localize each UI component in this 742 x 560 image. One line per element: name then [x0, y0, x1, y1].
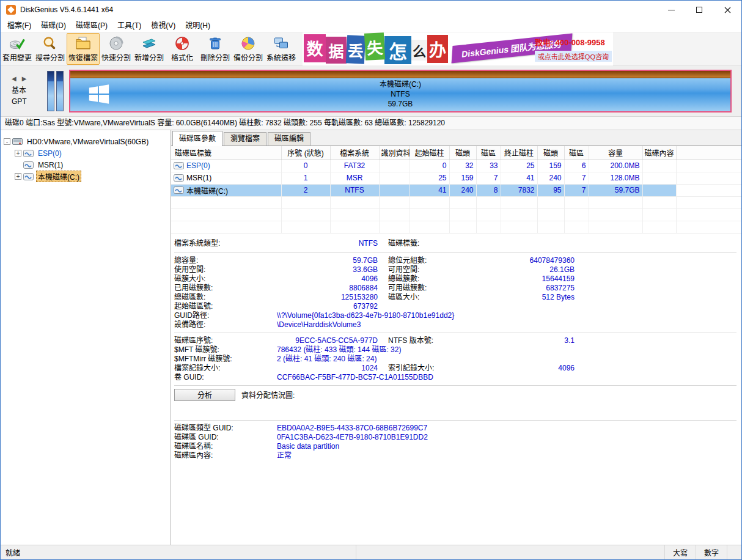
tab-sector-edit[interactable]: 磁區編輯: [268, 132, 310, 146]
quick-partition-icon: [108, 35, 124, 51]
new-partition-button[interactable]: 新增分割: [133, 33, 166, 65]
delete-partition-button[interactable]: 刪除分割: [199, 33, 232, 65]
detail-value: 2 (磁柱: 41 磁頭: 240 磁區: 24): [277, 355, 377, 364]
promo-char: 办: [427, 35, 448, 63]
detail-label: 磁區大小:: [388, 293, 483, 302]
detail-label: 索引記錄大小:: [388, 364, 483, 373]
recover-files-button[interactable]: 恢復檔案: [67, 33, 100, 65]
disk-type-label: 基本: [12, 86, 47, 95]
promo-banner[interactable]: 数 据 丢 失 怎 么 办 DiskGenius 团队为您服务 致电: 400-…: [303, 32, 613, 65]
detail-value: [483, 302, 575, 311]
expander-collapsed-icon[interactable]: [15, 150, 21, 157]
backup-partition-button[interactable]: 備份分割: [232, 33, 265, 65]
delete-partition-icon: [207, 35, 223, 51]
detail-label: 磁碟區內容:: [174, 451, 277, 460]
detail-value: 4096: [277, 274, 378, 284]
partition-row-esp[interactable]: ESP(0) 0 FAT32 0 32 33 25 159 6 200.0MB: [171, 160, 741, 172]
promo-char: 失: [364, 32, 385, 61]
partition-row-msr[interactable]: MSR(1) 1 MSR 25 159 7 41 240 7 128.0MB: [171, 172, 741, 184]
promo-char: 么: [411, 40, 427, 61]
partition-bar-msr[interactable]: [56, 71, 64, 111]
column-header-start-cylinder[interactable]: 起始磁柱: [410, 146, 449, 160]
menu-item-view[interactable]: 檢視(V): [146, 19, 180, 32]
status-spacer: [356, 545, 664, 559]
next-disk-arrow[interactable]: ▶: [22, 75, 27, 82]
expander-collapsed-icon[interactable]: [15, 173, 21, 180]
recover-files-icon: [75, 35, 91, 51]
promo-qq-link[interactable]: 或点击此处选择QQ咨询: [535, 51, 612, 62]
column-header-end-sector[interactable]: 磁區: [564, 146, 589, 160]
detail-row: 卷 GUID: CCF66BAC-F5BF-477D-BC57-C1A01155…: [174, 373, 736, 382]
section-divider: [174, 385, 736, 386]
expander-expanded-icon[interactable]: [4, 138, 10, 145]
partition-bar-c-selected[interactable]: 本機磁碟(C:) NTFS 59.7GB: [69, 70, 732, 112]
detail-value: Basic data partition: [277, 442, 339, 451]
tree-item-esp[interactable]: ESP(0): [1, 147, 171, 159]
tree-item-c-selected[interactable]: 本機磁碟(C:): [1, 171, 171, 182]
menu-item-partition[interactable]: 磁碟區(P): [71, 19, 112, 32]
menu-bar: 檔案(F) 磁碟(D) 磁碟區(P) 工具(T) 檢視(V) 說明(H): [1, 19, 741, 32]
minimize-icon: [668, 10, 675, 10]
apply-changes-icon: [9, 35, 25, 51]
detail-value: 26.1GB: [483, 265, 575, 274]
partition-table: 磁碟區標籤 序號 (狀態) 檔案系統 識別資料 起始磁柱 磁頭 磁區 終止磁柱 …: [171, 146, 741, 234]
column-header-disk-content[interactable]: 磁碟內容: [642, 146, 676, 160]
maximize-button[interactable]: [685, 1, 713, 19]
close-button[interactable]: [713, 1, 741, 19]
menu-item-disk[interactable]: 磁碟(D): [36, 19, 71, 32]
backup-partition-icon: [240, 35, 256, 51]
minimize-button[interactable]: [657, 1, 685, 19]
detail-label: 檔案記錄大小:: [174, 364, 277, 373]
tree-item-msr[interactable]: MSR(1): [1, 159, 171, 171]
system-migration-button[interactable]: 系統遷移: [265, 33, 298, 65]
analyze-button[interactable]: 分析: [174, 389, 235, 401]
detail-row: 使用空間: 33.6GB 可用空間: 26.1GB: [174, 265, 736, 274]
table-empty-row: [171, 208, 741, 221]
menu-item-file[interactable]: 檔案(F): [2, 19, 36, 32]
allocation-map-label: 資料分配情況圖:: [241, 389, 295, 400]
tree-item-hd0[interactable]: HD0:VMware,VMwareVirtualS(60GB): [1, 136, 171, 147]
partition-icon: [174, 162, 184, 169]
detail-row: 起始磁區號: 673792: [174, 302, 736, 311]
detail-value: EBD0A0A2-B9E5-4433-87C0-68B6B72699C7: [277, 424, 427, 433]
prev-disk-arrow[interactable]: ◀: [12, 75, 17, 82]
search-partition-button[interactable]: 搜尋分割: [34, 33, 67, 65]
quick-partition-button[interactable]: 快速分割: [100, 33, 133, 65]
column-header-seq-status[interactable]: 序號 (狀態): [281, 146, 330, 160]
format-button[interactable]: 格式化: [166, 33, 199, 65]
detail-value: 512 Bytes: [483, 293, 575, 302]
column-header-end-head[interactable]: 磁頭: [537, 146, 564, 160]
search-partition-icon: [42, 35, 58, 51]
detail-value: 3.1: [483, 336, 575, 345]
detail-value: 673792: [277, 302, 378, 311]
section-divider: [174, 333, 736, 333]
detail-row: GUID路徑: \\?\Volume{0fa1c3ba-d623-4e7b-91…: [174, 311, 736, 320]
partition-bar-esp[interactable]: [47, 71, 54, 111]
app-logo-icon: [6, 5, 16, 15]
column-header-file-system[interactable]: 檔案系統: [330, 146, 379, 160]
detail-row: 已用磁簇數: 8806884 可用磁簇數: 6837275: [174, 284, 736, 293]
menu-item-tools[interactable]: 工具(T): [112, 19, 146, 32]
disk-info-line: 磁碟0 端口:Sas 型號:VMware,VMwareVirtualS 容量: …: [1, 117, 741, 130]
column-header-end-cylinder[interactable]: 終止磁柱: [501, 146, 537, 160]
column-header-filler: [676, 146, 741, 160]
tab-browse-files[interactable]: 瀏覽檔案: [224, 132, 266, 146]
partition-row-c-selected[interactable]: 本機磁碟(C:) 2 NTFS 41 240 8 7832 95 7 59.7G…: [171, 184, 741, 196]
tab-partition-params[interactable]: 磁碟區參數: [172, 131, 222, 146]
partition-icon: [174, 186, 184, 194]
promo-char: 丢: [346, 35, 365, 64]
partition-fs: NTFS: [70, 89, 730, 99]
column-header-capacity[interactable]: 容量: [589, 146, 642, 160]
apply-changes-button[interactable]: 套用變更: [1, 33, 34, 65]
resize-grip[interactable]: [727, 545, 741, 559]
table-empty-row: [171, 196, 741, 208]
menu-item-help[interactable]: 說明(H): [180, 19, 215, 32]
column-header-identifier[interactable]: 識別資料: [379, 146, 410, 160]
detail-label: 起始磁區號:: [174, 302, 277, 311]
column-header-start-head[interactable]: 磁頭: [449, 146, 476, 160]
promo-char: 据: [326, 37, 347, 64]
column-header-start-sector[interactable]: 磁區: [476, 146, 501, 160]
diskgenius-window: DiskGenius V5.4.6.1441 x64 檔案(F) 磁碟(D) 磁…: [0, 0, 742, 560]
column-header-volume-label[interactable]: 磁碟區標籤: [171, 146, 281, 160]
detail-row: 磁碟區名稱: Basic data partition: [174, 442, 736, 451]
